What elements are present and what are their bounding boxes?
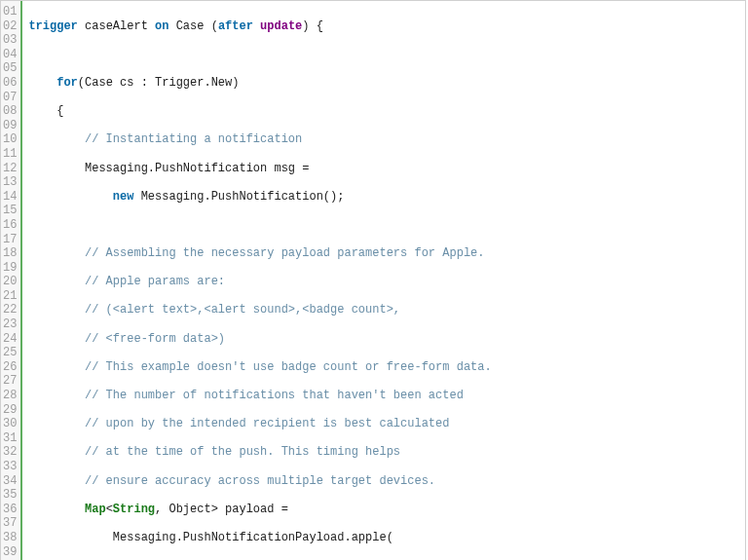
line-number: 19 [3,261,17,276]
line-number: 06 [3,76,17,91]
comment: // ensure accuracy across multiple targe… [85,474,435,488]
keyword-trigger: trigger [28,19,77,33]
line-number: 36 [3,503,17,517]
code-line: // This example doesn't use badge count … [28,360,498,375]
line-number: 28 [3,389,17,403]
line-number: 20 [3,275,17,289]
comment: // The number of notifications that have… [85,389,464,402]
line-number: 14 [3,190,17,205]
code-line: Messaging.PushNotification msg = [28,162,498,176]
keyword-for: for [56,76,78,90]
line-number: 29 [3,403,17,418]
comment: // <free-form data>) [85,332,225,346]
line-number: 32 [3,445,17,460]
line-number: 25 [3,346,17,360]
line-number: 04 [3,48,17,62]
code-line: // Assembling the necessary payload para… [28,246,498,261]
code-line: // at the time of the push. This timing … [28,445,498,460]
line-number: 31 [3,431,17,446]
line-number: 02 [3,19,17,34]
line-number: 13 [3,175,17,190]
line-number: 22 [3,303,17,317]
line-number: 39 [3,545,17,560]
type-map: Map [85,503,106,516]
line-number: 12 [3,162,17,176]
code-line: Messaging.PushNotificationPayload.apple( [28,531,498,545]
line-number: 17 [3,233,17,247]
line-number: 15 [3,204,17,218]
code-line: for(Case cs : Trigger.New) [28,76,498,91]
keyword-update: update [260,19,302,33]
comment: // Instantiating a notification [85,132,302,146]
line-number: 26 [3,360,17,375]
line-number-gutter: 0102030405060708091011121314151617181920… [1,1,22,560]
line-number: 24 [3,332,17,347]
code-line: // ensure accuracy across multiple targe… [28,474,498,489]
line-number: 10 [3,132,17,147]
line-number: 35 [3,488,17,503]
line-number: 08 [3,104,17,119]
line-number: 09 [3,119,17,133]
keyword-new: new [113,190,134,204]
code-line: // upon by the intended recipient is bes… [28,417,498,431]
line-number: 33 [3,460,17,474]
line-number: 01 [3,5,17,19]
code-line: trigger caseAlert on Case (after update)… [28,19,498,34]
line-number: 34 [3,474,17,489]
line-number: 21 [3,289,17,304]
line-number: 38 [3,531,17,545]
comment: // at the time of the push. This timing … [85,445,400,459]
code-line: // Instantiating a notification [28,132,498,147]
code-line [28,218,498,233]
code-line: // <free-form data>) [28,332,498,347]
comment: // Apple params are: [85,275,225,288]
code-line: // The number of notifications that have… [28,389,498,403]
code-line: { [28,104,498,119]
code-area: trigger caseAlert on Case (after update)… [22,1,504,560]
code-line [28,48,498,62]
comment: // (<alert text>,<alert sound>,<badge co… [85,303,400,317]
line-number: 05 [3,61,17,76]
line-number: 16 [3,218,17,233]
line-number: 30 [3,417,17,431]
line-number: 18 [3,246,17,261]
line-number: 23 [3,317,17,332]
comment: // upon by the intended recipient is bes… [85,417,449,430]
code-block: 0102030405060708091011121314151617181920… [0,0,746,560]
code-line: // Apple params are: [28,275,498,289]
comment: // Assembling the necessary payload para… [85,246,484,260]
code-line: Map<String, Object> payload = [28,503,498,517]
line-number: 03 [3,33,17,48]
line-number: 07 [3,91,17,105]
line-number: 27 [3,374,17,389]
line-number: 37 [3,516,17,531]
code-line: new Messaging.PushNotification(); [28,190,498,205]
line-number: 11 [3,147,17,162]
code-line: // (<alert text>,<alert sound>,<badge co… [28,303,498,317]
comment: // This example doesn't use badge count … [85,360,492,374]
